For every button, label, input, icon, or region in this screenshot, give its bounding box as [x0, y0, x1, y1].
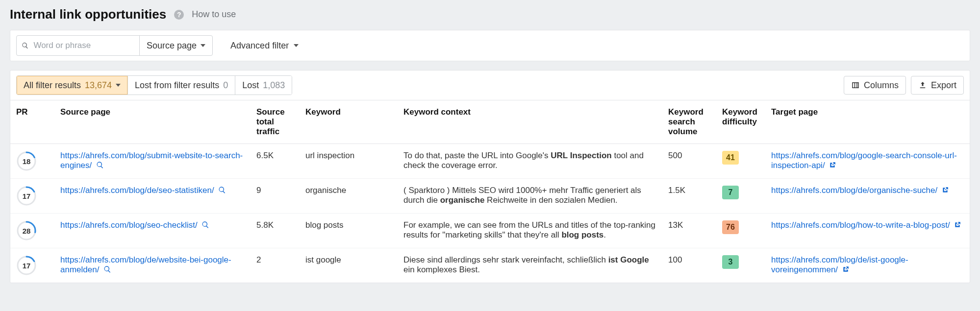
keyword-context-value: ( Sparktoro ) Mittels SEO wird 1000%+ me… — [398, 179, 662, 214]
target-page-link[interactable]: https://ahrefs.com/blog/google-search-co… — [771, 151, 957, 170]
col-header-keyword[interactable]: Keyword — [300, 100, 398, 144]
columns-icon — [851, 81, 860, 90]
search-box[interactable] — [17, 36, 139, 55]
pr-badge: 18 — [16, 151, 37, 171]
keyword-context-value: Diese sind allerdings sehr stark vereinf… — [398, 248, 662, 283]
keyword-difficulty-badge: 7 — [722, 186, 739, 199]
table-row: 18 https://ahrefs.com/blog/submit-websit… — [10, 144, 970, 179]
source-page-link[interactable]: https://ahrefs.com/blog/submit-website-t… — [60, 151, 243, 170]
tab-count: 1,083 — [263, 80, 285, 91]
magnifier-icon[interactable] — [218, 186, 226, 194]
tab-lost[interactable]: Lost 1,083 — [235, 76, 292, 95]
external-link-icon — [842, 265, 849, 272]
search-and-scope-group: Source page — [16, 35, 213, 56]
source-total-traffic-value: 5.8K — [251, 214, 300, 248]
tab-count: 13,674 — [85, 80, 112, 91]
advanced-filter-button[interactable]: Advanced filter — [224, 36, 305, 55]
col-header-keyword-context[interactable]: Keyword context — [398, 100, 662, 144]
keyword-search-volume-value: 1.5K — [662, 179, 716, 214]
keyword-value: url inspection — [300, 144, 398, 179]
magnifier-icon[interactable] — [201, 221, 209, 229]
results-panel: All filter results 13,674 Lost from filt… — [10, 70, 970, 283]
source-total-traffic-value: 2 — [251, 248, 300, 283]
results-table: PR Source page Source total traffic Keyw… — [10, 100, 970, 283]
source-page-select[interactable]: Source page — [139, 36, 212, 55]
target-page-link[interactable]: https://ahrefs.com/blog/de/organische-su… — [771, 186, 937, 195]
table-row: 28 https://ahrefs.com/blog/seo-checklist… — [10, 214, 970, 248]
tab-label: Lost from filter results — [135, 80, 219, 91]
pr-value: 17 — [23, 262, 31, 270]
pr-value: 17 — [23, 192, 31, 200]
keyword-search-volume-value: 100 — [662, 248, 716, 283]
table-header-row: PR Source page Source total traffic Keyw… — [10, 100, 970, 144]
keyword-search-volume-value: 13K — [662, 214, 716, 248]
tab-label: All filter results — [24, 80, 81, 91]
magnifier-icon[interactable] — [103, 265, 111, 273]
page-header: Internal link opportunities ? How to use — [10, 7, 970, 22]
caret-down-icon — [294, 44, 299, 47]
col-header-keyword-search-volume[interactable]: Keyword search volume — [662, 100, 716, 144]
source-page-link[interactable]: https://ahrefs.com/blog/de/website-bei-g… — [60, 255, 231, 274]
target-page-link[interactable]: https://ahrefs.com/blog/de/ist-google-vo… — [771, 255, 908, 274]
search-icon — [22, 42, 28, 49]
table-row: 17 https://ahrefs.com/blog/de/website-be… — [10, 248, 970, 283]
external-link-icon — [942, 186, 949, 193]
tab-lost-from-filter[interactable]: Lost from filter results 0 — [127, 76, 235, 95]
how-to-use-link[interactable]: How to use — [192, 9, 236, 20]
advanced-filter-label: Advanced filter — [230, 41, 289, 51]
external-link-icon — [829, 161, 836, 168]
col-header-keyword-difficulty[interactable]: Keyword difficulty — [716, 100, 765, 144]
tab-label: Lost — [242, 80, 259, 91]
search-input[interactable] — [32, 40, 134, 51]
external-link-icon — [954, 221, 961, 228]
page-title: Internal link opportunities — [10, 7, 166, 22]
source-total-traffic-value: 9 — [251, 179, 300, 214]
tab-count: 0 — [223, 80, 228, 91]
help-icon[interactable]: ? — [174, 10, 184, 20]
export-button-label: Export — [931, 80, 956, 91]
keyword-context-value: For example, we can see from the URLs an… — [398, 214, 662, 248]
source-total-traffic-value: 6.5K — [251, 144, 300, 179]
source-page-select-label: Source page — [147, 41, 197, 51]
export-icon — [918, 81, 927, 90]
keyword-value: blog posts — [300, 214, 398, 248]
magnifier-icon[interactable] — [96, 161, 104, 169]
keyword-context-value: To do that, paste the URL into Google's … — [398, 144, 662, 179]
keyword-difficulty-badge: 3 — [722, 255, 739, 269]
pr-value: 28 — [23, 227, 31, 235]
tab-all-filter-results[interactable]: All filter results 13,674 — [17, 76, 127, 95]
filter-panel: Source page Advanced filter — [10, 30, 970, 61]
col-header-source-total-traffic[interactable]: Source total traffic — [251, 100, 300, 144]
pr-badge: 28 — [16, 220, 37, 241]
columns-button[interactable]: Columns — [844, 76, 906, 95]
keyword-difficulty-badge: 41 — [722, 151, 739, 165]
pr-badge: 17 — [16, 255, 37, 276]
source-page-link[interactable]: https://ahrefs.com/blog/de/seo-statistik… — [60, 186, 214, 195]
keyword-difficulty-badge: 76 — [722, 220, 739, 234]
caret-down-icon — [116, 84, 121, 87]
col-header-pr[interactable]: PR — [10, 100, 54, 144]
pr-badge: 17 — [16, 186, 37, 206]
table-row: 17 https://ahrefs.com/blog/de/seo-statis… — [10, 179, 970, 214]
results-toolbar: All filter results 13,674 Lost from filt… — [10, 71, 970, 100]
columns-button-label: Columns — [864, 80, 899, 91]
caret-down-icon — [201, 44, 205, 47]
export-button[interactable]: Export — [911, 76, 964, 95]
pr-value: 18 — [23, 157, 31, 166]
source-page-link[interactable]: https://ahrefs.com/blog/seo-checklist/ — [60, 220, 198, 230]
target-page-link[interactable]: https://ahrefs.com/blog/how-to-write-a-b… — [771, 220, 950, 230]
col-header-source-page[interactable]: Source page — [54, 100, 251, 144]
keyword-search-volume-value: 500 — [662, 144, 716, 179]
col-header-target-page[interactable]: Target page — [765, 100, 970, 144]
keyword-value: ist google — [300, 248, 398, 283]
filter-tabs: All filter results 13,674 Lost from filt… — [16, 75, 292, 95]
keyword-value: organische — [300, 179, 398, 214]
